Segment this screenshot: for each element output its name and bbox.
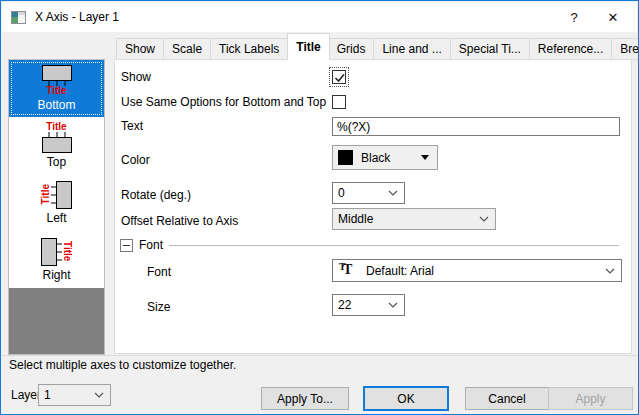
titlebar: X Axis - Layer 1 ? ✕ [2, 2, 637, 32]
show-label: Show [121, 69, 151, 85]
tab-scale[interactable]: Scale [164, 38, 211, 60]
chevron-down-icon [605, 268, 615, 274]
tab-strip: Show Scale Tick Labels Title Grids Line … [2, 32, 637, 60]
sidebar-item-left[interactable]: Title Left [9, 174, 104, 231]
dropdown-arrow-icon [421, 155, 429, 160]
show-checkbox[interactable] [332, 70, 346, 84]
left-axis-icon: Title [41, 181, 72, 209]
collapse-font-icon[interactable] [120, 239, 133, 252]
cancel-button[interactable]: Cancel [465, 387, 549, 410]
color-label: Color [121, 152, 150, 168]
font-section-label: Font [139, 238, 163, 252]
color-swatch [338, 150, 353, 165]
color-value: Black [353, 151, 421, 165]
rotate-combo[interactable]: 0 [332, 182, 405, 204]
icon-title-text: Title [46, 86, 66, 96]
layer-dropdown[interactable]: 1 [38, 384, 111, 406]
check-icon [333, 71, 347, 85]
size-value: 22 [333, 298, 388, 312]
section-divider [169, 245, 619, 246]
status-text: Select multiple axes to customize togeth… [9, 358, 236, 372]
icon-title-text: Title [46, 122, 66, 132]
tab-tick-labels[interactable]: Tick Labels [211, 38, 288, 60]
font-section-header: Font [120, 238, 619, 252]
app-icon [11, 11, 26, 24]
apply-button[interactable]: Apply [548, 387, 633, 410]
tab-reference[interactable]: Reference... [530, 38, 612, 60]
apply-to-button[interactable]: Apply To... [261, 387, 349, 410]
tab-special-ticks[interactable]: Special Ti... [451, 38, 530, 60]
offset-label: Offset Relative to Axis [121, 213, 238, 229]
offset-dropdown[interactable]: Middle [332, 208, 496, 230]
bottom-axis-icon: Title [42, 65, 72, 96]
rotate-value: 0 [333, 186, 388, 200]
axis-dialog: X Axis - Layer 1 ? ✕ Show Scale Tick Lab… [0, 0, 639, 415]
window-title: X Axis - Layer 1 [35, 10, 119, 24]
sidebar-item-top[interactable]: Title Top [9, 117, 104, 174]
font-label: Font [147, 264, 171, 280]
chevron-down-icon [94, 392, 104, 398]
sidebar-item-label: Top [47, 155, 66, 169]
sidebar-item-label: Left [46, 211, 66, 225]
same-options-checkbox[interactable] [332, 95, 346, 109]
layer-label: Layer [11, 388, 41, 402]
icon-title-text: Title [62, 241, 72, 261]
sidebar-item-label: Bottom [37, 98, 75, 112]
chevron-down-icon [479, 216, 489, 222]
chevron-down-icon [388, 190, 398, 196]
font-value: Default: Arial [356, 264, 605, 278]
title-text-input[interactable] [332, 117, 620, 136]
layer-value: 1 [39, 388, 94, 402]
sidebar-item-right[interactable]: Title Right [9, 231, 104, 288]
icon-title-text: Title [41, 184, 51, 204]
size-combo[interactable]: 22 [332, 294, 405, 316]
tab-show[interactable]: Show [116, 38, 164, 60]
offset-value: Middle [333, 212, 479, 226]
close-button[interactable]: ✕ [591, 2, 635, 32]
title-tab-page: Show Use Same Options for Bottom and Top… [114, 59, 632, 354]
rotate-label: Rotate (deg.) [121, 187, 191, 203]
tab-title[interactable]: Title [287, 33, 329, 60]
axis-selector-list: Title Bottom Title Top Title [8, 59, 105, 355]
ok-button[interactable]: OK [363, 386, 449, 411]
tab-grids[interactable]: Grids [329, 38, 375, 60]
top-axis-icon: Title [42, 122, 72, 153]
sidebar-item-bottom[interactable]: Title Bottom [9, 60, 104, 117]
tab-line-and[interactable]: Line and ... [374, 38, 450, 60]
sidebar-item-label: Right [42, 268, 70, 282]
footer-divider [2, 355, 637, 356]
same-options-label: Use Same Options for Bottom and Top [121, 94, 326, 110]
truetype-icon: TT [339, 262, 356, 279]
chevron-down-icon [388, 302, 398, 308]
color-dropdown[interactable]: Black [332, 145, 438, 170]
font-combo[interactable]: TT Default: Arial [332, 259, 622, 282]
tab-breaks[interactable]: Breaks [612, 38, 639, 60]
help-button[interactable]: ? [557, 2, 591, 32]
text-label: Text [121, 118, 143, 134]
right-axis-icon: Title [41, 238, 72, 266]
size-label: Size [147, 299, 170, 315]
